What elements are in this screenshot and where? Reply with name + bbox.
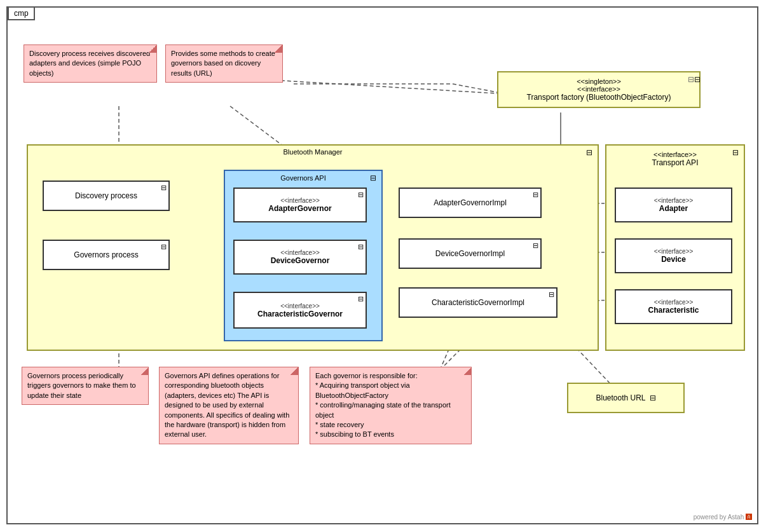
characteristic-interface-box: <<interface>> Characteristic (615, 289, 732, 324)
each-governor-note: Each governor is responsible for: * Acqu… (310, 367, 472, 444)
governors-api-note: Governors API defines operations for cor… (159, 367, 299, 444)
powered-by: powered by Astah 🅰 (694, 514, 752, 521)
characteristic-governor-impl-box: CharacteristicGovernorImpl ⊟ (399, 287, 557, 318)
device-governor-box: <<interface>> DeviceGovernor ⊟ (233, 240, 367, 275)
characteristic-governor-box: <<interface>> CharacteristicGovernor ⊟ (233, 292, 367, 329)
bluetooth-manager-title: Bluetooth Manager (284, 148, 343, 156)
discovery-process-box: Discovery process ⊟ (43, 181, 170, 211)
adapter-governor-box: <<interface>> AdapterGovernor ⊟ (233, 188, 367, 222)
governors-note: Governors process periodically triggers … (22, 367, 149, 405)
adapter-governor-impl-box: AdapterGovernorImpl ⊟ (399, 188, 542, 218)
governors-process-box: Governors process ⊟ (43, 240, 170, 270)
provides-note: Provides some methods to create governor… (165, 44, 283, 83)
device-interface-box: <<interface>> Device (615, 238, 732, 273)
discovery-note: Discovery process receives discovered ad… (24, 44, 157, 83)
adapter-interface-box: <<interface>> Adapter (615, 188, 732, 222)
device-governor-impl-box: DeviceGovernorImpl ⊟ (399, 238, 542, 269)
svg-line-3 (453, 84, 503, 93)
diagram-container: cmp (6, 6, 758, 524)
transport-factory-icon: ⊟ (688, 75, 697, 84)
transport-factory-box: <<singleton>> <<interface>> Transport fa… (497, 71, 701, 108)
cmp-label: cmp (8, 6, 35, 20)
bluetooth-url-box: Bluetooth URL ⊟ (567, 383, 685, 413)
